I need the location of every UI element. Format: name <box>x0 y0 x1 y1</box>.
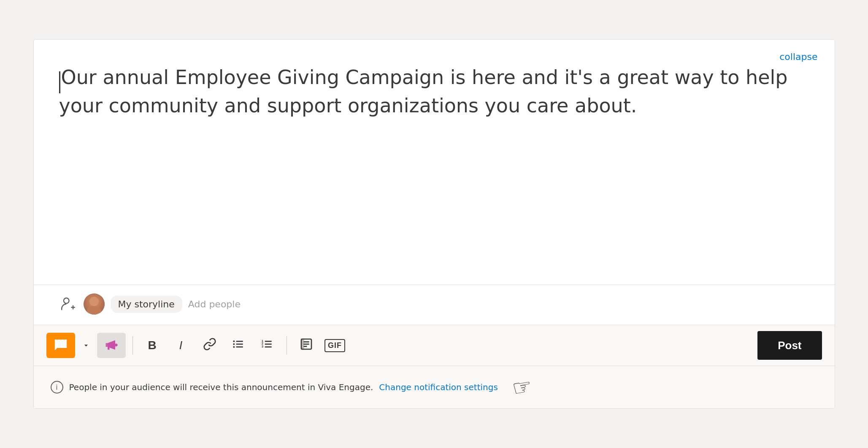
change-notification-link[interactable]: Change notification settings <box>379 382 498 392</box>
toolbar-right: Post <box>757 331 822 360</box>
block-quote-button[interactable] <box>294 333 319 358</box>
add-people-input[interactable]: Add people <box>188 299 241 310</box>
toolbar-separator-2 <box>287 336 287 355</box>
svg-rect-8 <box>236 344 243 345</box>
svg-point-0 <box>63 298 69 304</box>
info-icon: i <box>51 381 63 394</box>
add-people-icon[interactable] <box>59 295 78 313</box>
gif-icon: GIF <box>324 339 345 352</box>
gif-button[interactable]: GIF <box>322 333 348 358</box>
info-message: People in your audience will receive thi… <box>69 382 373 392</box>
info-bar: i People in your audience will receive t… <box>34 366 835 408</box>
text-cursor <box>59 71 60 93</box>
bullet-list-icon <box>232 337 245 353</box>
editor-body-text: Our annual Employee Giving Campaign is h… <box>59 66 788 117</box>
editor-content[interactable]: Our annual Employee Giving Campaign is h… <box>34 40 835 285</box>
svg-rect-9 <box>236 346 243 348</box>
avatar <box>84 293 105 315</box>
bold-icon: B <box>148 339 156 352</box>
cursor-hand-icon: ☞ <box>510 373 534 401</box>
chat-icon <box>54 338 68 353</box>
svg-point-6 <box>233 346 235 348</box>
megaphone-icon <box>104 337 119 354</box>
italic-icon: I <box>179 339 183 352</box>
post-button[interactable]: Post <box>757 331 822 360</box>
bullet-list-button[interactable] <box>226 333 251 358</box>
numbered-list-icon: 1 2 3 <box>260 337 274 353</box>
post-type-button[interactable] <box>46 333 75 358</box>
link-icon <box>203 337 216 353</box>
svg-rect-13 <box>265 341 271 342</box>
post-type-dropdown[interactable] <box>78 333 94 358</box>
announcement-button[interactable] <box>97 333 126 358</box>
toolbar: B I <box>34 325 835 366</box>
svg-point-3 <box>114 343 117 346</box>
block-quote-icon <box>300 337 313 353</box>
italic-button[interactable]: I <box>168 333 194 358</box>
storyline-tag: My storyline <box>111 296 182 313</box>
toolbar-separator-1 <box>132 336 133 355</box>
svg-rect-20 <box>301 339 303 349</box>
svg-point-4 <box>233 340 235 342</box>
editor-container: collapse Our annual Employee Giving Camp… <box>33 39 835 409</box>
link-button[interactable] <box>197 333 222 358</box>
svg-text:3: 3 <box>261 345 263 348</box>
bold-button[interactable]: B <box>140 333 165 358</box>
svg-rect-15 <box>265 346 271 348</box>
svg-rect-7 <box>236 341 243 342</box>
svg-rect-14 <box>265 344 271 345</box>
audience-row: My storyline Add people <box>34 285 835 325</box>
numbered-list-button[interactable]: 1 2 3 <box>254 333 280 358</box>
svg-point-5 <box>233 343 235 345</box>
